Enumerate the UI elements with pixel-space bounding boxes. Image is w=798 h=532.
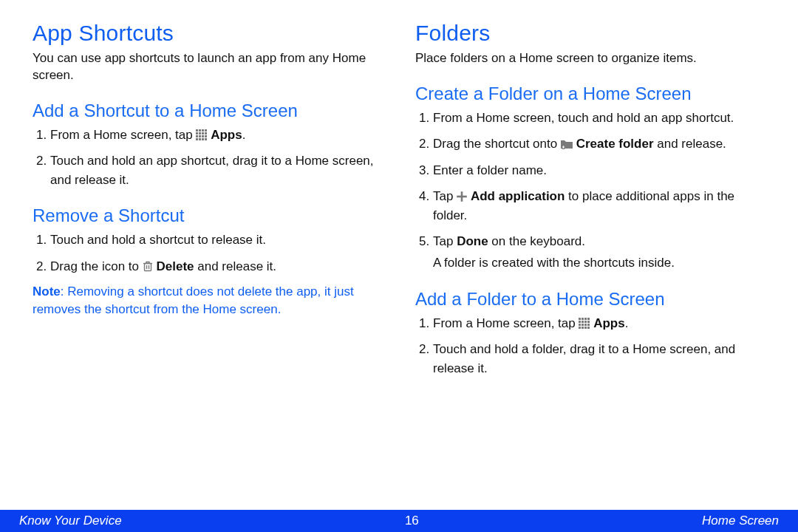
svg-rect-12 bbox=[196, 138, 198, 140]
footer-page-number: 16 bbox=[405, 514, 419, 528]
left-column: App Shortcuts You can use app shortcuts … bbox=[33, 21, 386, 385]
heading-remove-shortcut: Remove a Shortcut bbox=[33, 205, 386, 226]
page-footer: Know Your Device 16 Home Screen bbox=[0, 510, 798, 532]
svg-rect-5 bbox=[199, 132, 201, 134]
heading-app-shortcuts: App Shortcuts bbox=[33, 21, 386, 46]
steps-add-shortcut: From a Home screen, tap Apps. Touch and … bbox=[33, 126, 386, 190]
manual-page: App Shortcuts You can use app shortcuts … bbox=[0, 0, 798, 532]
svg-rect-19 bbox=[582, 318, 584, 320]
step: Touch and hold a shortcut to release it. bbox=[50, 231, 386, 250]
intro-folders: Place folders on a Home screen to organi… bbox=[415, 50, 768, 67]
steps-add-folder: From a Home screen, tap Apps. Touch and … bbox=[415, 314, 768, 378]
text: Drag the icon to bbox=[50, 259, 143, 273]
svg-rect-14 bbox=[202, 138, 204, 140]
create-folder-icon bbox=[561, 136, 573, 146]
step: Tap Done on the keyboard. A folder is cr… bbox=[433, 232, 768, 272]
svg-rect-3 bbox=[205, 129, 207, 132]
svg-rect-30 bbox=[579, 327, 581, 329]
step: From a Home screen, touch and hold an ap… bbox=[433, 109, 768, 128]
step: Touch and hold an app shortcut, drag it … bbox=[50, 151, 386, 189]
heading-folders: Folders bbox=[415, 21, 768, 46]
step: Tap Add application to place additional … bbox=[433, 187, 768, 225]
step: Touch and hold a folder, drag it to a Ho… bbox=[433, 340, 768, 378]
steps-remove-shortcut: Touch and hold a shortcut to release it.… bbox=[33, 231, 386, 276]
text: Drag the shortcut onto bbox=[433, 137, 561, 151]
apps-grid-icon bbox=[196, 129, 207, 140]
create-folder-label: Create folder bbox=[576, 137, 654, 151]
text: . bbox=[625, 316, 629, 330]
svg-rect-1 bbox=[199, 129, 201, 132]
svg-rect-7 bbox=[205, 132, 207, 134]
svg-rect-25 bbox=[587, 321, 590, 323]
svg-rect-27 bbox=[582, 324, 584, 326]
add-application-label: Add application bbox=[471, 189, 565, 203]
svg-rect-11 bbox=[205, 135, 207, 137]
note-body: : Removing a shortcut does not delete th… bbox=[33, 284, 354, 316]
result-text: A folder is created with the shortcuts i… bbox=[433, 254, 768, 273]
svg-rect-16 bbox=[144, 263, 151, 270]
svg-rect-0 bbox=[196, 129, 198, 132]
svg-rect-33 bbox=[587, 327, 590, 329]
svg-rect-21 bbox=[587, 318, 590, 320]
svg-rect-29 bbox=[587, 324, 590, 326]
note-remove-shortcut: Note: Removing a shortcut does not delet… bbox=[33, 283, 386, 318]
done-label: Done bbox=[457, 234, 488, 248]
footer-left: Know Your Device bbox=[19, 514, 122, 528]
footer-right: Home Screen bbox=[702, 514, 779, 528]
delete-label: Delete bbox=[156, 259, 194, 273]
svg-rect-23 bbox=[582, 321, 584, 323]
step: From a Home screen, tap Apps. bbox=[50, 126, 386, 145]
text: on the keyboard. bbox=[488, 234, 585, 248]
text: and release. bbox=[654, 137, 726, 151]
svg-rect-22 bbox=[579, 321, 581, 323]
step: Enter a folder name. bbox=[433, 161, 768, 180]
svg-rect-24 bbox=[584, 321, 587, 323]
two-column-layout: App Shortcuts You can use app shortcuts … bbox=[0, 0, 798, 385]
step: Drag the icon to Delete and release it. bbox=[50, 257, 386, 276]
text: . bbox=[242, 128, 246, 142]
text: and release it. bbox=[194, 259, 277, 273]
svg-rect-10 bbox=[202, 135, 204, 137]
text: From a Home screen, tap bbox=[433, 316, 579, 330]
step: From a Home screen, tap Apps. bbox=[433, 314, 768, 333]
svg-rect-8 bbox=[196, 135, 198, 137]
svg-rect-9 bbox=[199, 135, 201, 137]
apps-label: Apps bbox=[593, 316, 625, 330]
trash-icon bbox=[143, 259, 153, 270]
svg-rect-26 bbox=[579, 324, 581, 326]
svg-rect-32 bbox=[584, 327, 587, 329]
note-label: Note bbox=[33, 284, 61, 299]
svg-rect-28 bbox=[584, 324, 587, 326]
apps-label: Apps bbox=[211, 128, 242, 142]
svg-rect-4 bbox=[196, 132, 198, 134]
step: Drag the shortcut onto Create folder and… bbox=[433, 134, 768, 154]
heading-add-shortcut: Add a Shortcut to a Home Screen bbox=[33, 100, 386, 121]
intro-app-shortcuts: You can use app shortcuts to launch an a… bbox=[33, 50, 386, 84]
plus-icon bbox=[457, 188, 467, 199]
svg-rect-31 bbox=[582, 327, 584, 329]
right-column: Folders Place folders on a Home screen t… bbox=[415, 21, 768, 385]
heading-add-folder: Add a Folder to a Home Screen bbox=[415, 289, 768, 310]
apps-grid-icon bbox=[579, 318, 590, 329]
svg-rect-13 bbox=[199, 138, 201, 140]
steps-create-folder: From a Home screen, touch and hold an ap… bbox=[415, 109, 768, 273]
text: Tap bbox=[433, 189, 457, 203]
text: From a Home screen, tap bbox=[50, 128, 196, 142]
svg-rect-20 bbox=[584, 318, 587, 320]
svg-rect-2 bbox=[202, 129, 204, 132]
heading-create-folder: Create a Folder on a Home Screen bbox=[415, 83, 768, 104]
text: Tap bbox=[433, 234, 457, 248]
svg-rect-15 bbox=[205, 138, 207, 140]
svg-rect-6 bbox=[202, 132, 204, 134]
svg-rect-18 bbox=[579, 318, 581, 320]
